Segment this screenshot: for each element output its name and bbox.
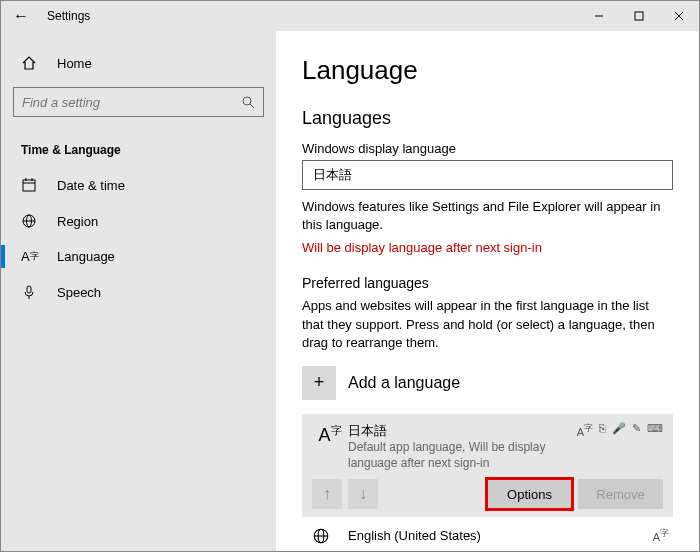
sidebar: Home Time & Language Date & time Region … bbox=[1, 31, 276, 551]
remove-button: Remove bbox=[578, 479, 663, 509]
search-icon bbox=[241, 95, 255, 109]
display-language-value: 日本語 bbox=[313, 166, 352, 184]
language-subtext: Default app language, Will be display la… bbox=[348, 440, 577, 471]
sidebar-item-language[interactable]: A字 Language bbox=[1, 239, 276, 274]
home-icon bbox=[21, 55, 41, 71]
language-name: English (United States) bbox=[348, 528, 653, 543]
search-input[interactable] bbox=[22, 95, 241, 110]
speech-feature-icon: 🎤 bbox=[612, 422, 626, 438]
language-glyph-icon bbox=[312, 525, 348, 545]
svg-rect-13 bbox=[27, 286, 31, 293]
display-language-label: Windows display language bbox=[302, 141, 673, 156]
svg-line-5 bbox=[250, 104, 254, 108]
language-icon: A字 bbox=[21, 249, 41, 264]
sidebar-item-label: Language bbox=[57, 249, 115, 264]
svg-rect-6 bbox=[23, 180, 35, 191]
language-feature-icons: A字 bbox=[653, 527, 669, 543]
language-feature-icons: A字 ⎘ 🎤 ✎ ⌨ bbox=[577, 422, 663, 438]
sidebar-item-label: Date & time bbox=[57, 178, 125, 193]
sidebar-item-label: Speech bbox=[57, 285, 101, 300]
sidebar-home[interactable]: Home bbox=[1, 47, 276, 79]
sidebar-item-datetime[interactable]: Date & time bbox=[1, 167, 276, 203]
tts-icon: ⎘ bbox=[599, 422, 606, 438]
main-content: Language Languages Windows display langu… bbox=[276, 31, 699, 551]
window-title: Settings bbox=[41, 9, 90, 23]
preferred-desc: Apps and websites will appear in the fir… bbox=[302, 297, 673, 352]
languages-heading: Languages bbox=[302, 108, 673, 129]
window-controls bbox=[579, 1, 699, 31]
display-language-dropdown[interactable]: 日本語 bbox=[302, 160, 673, 190]
language-name: 日本語 bbox=[348, 422, 577, 440]
langpack-icon: A字 bbox=[577, 422, 593, 438]
calendar-icon bbox=[21, 177, 41, 193]
sidebar-home-label: Home bbox=[57, 56, 92, 71]
language-glyph-icon: A字 bbox=[312, 422, 348, 446]
add-language-label: Add a language bbox=[348, 374, 460, 392]
search-box[interactable] bbox=[13, 87, 264, 117]
handwriting-icon: ✎ bbox=[632, 422, 641, 438]
plus-icon: + bbox=[302, 366, 336, 400]
sidebar-item-speech[interactable]: Speech bbox=[1, 274, 276, 310]
minimize-button[interactable] bbox=[579, 1, 619, 31]
back-button[interactable]: ← bbox=[1, 7, 41, 25]
maximize-button[interactable] bbox=[619, 1, 659, 31]
move-up-button[interactable]: ↑ bbox=[312, 479, 342, 509]
sidebar-section: Time & Language bbox=[1, 125, 276, 167]
microphone-icon bbox=[21, 284, 41, 300]
sidebar-item-region[interactable]: Region bbox=[1, 203, 276, 239]
sidebar-item-label: Region bbox=[57, 214, 98, 229]
language-card-japanese[interactable]: A字 日本語 Default app language, Will be dis… bbox=[302, 414, 673, 517]
preferred-heading: Preferred languages bbox=[302, 275, 673, 291]
svg-point-4 bbox=[243, 97, 251, 105]
globe-icon bbox=[21, 213, 41, 229]
svg-rect-1 bbox=[635, 12, 643, 20]
langpack-icon: A字 bbox=[653, 527, 669, 543]
options-button[interactable]: Options bbox=[487, 479, 572, 509]
language-card-english[interactable]: English (United States) A字 bbox=[302, 517, 673, 545]
close-button[interactable] bbox=[659, 1, 699, 31]
titlebar: ← Settings bbox=[1, 1, 699, 31]
move-down-button[interactable]: ↓ bbox=[348, 479, 378, 509]
display-language-desc: Windows features like Settings and File … bbox=[302, 198, 673, 234]
keyboard-icon: ⌨ bbox=[647, 422, 663, 438]
add-language-row[interactable]: + Add a language bbox=[302, 360, 673, 406]
display-language-warning: Will be display language after next sign… bbox=[302, 240, 673, 255]
page-title: Language bbox=[302, 55, 673, 86]
